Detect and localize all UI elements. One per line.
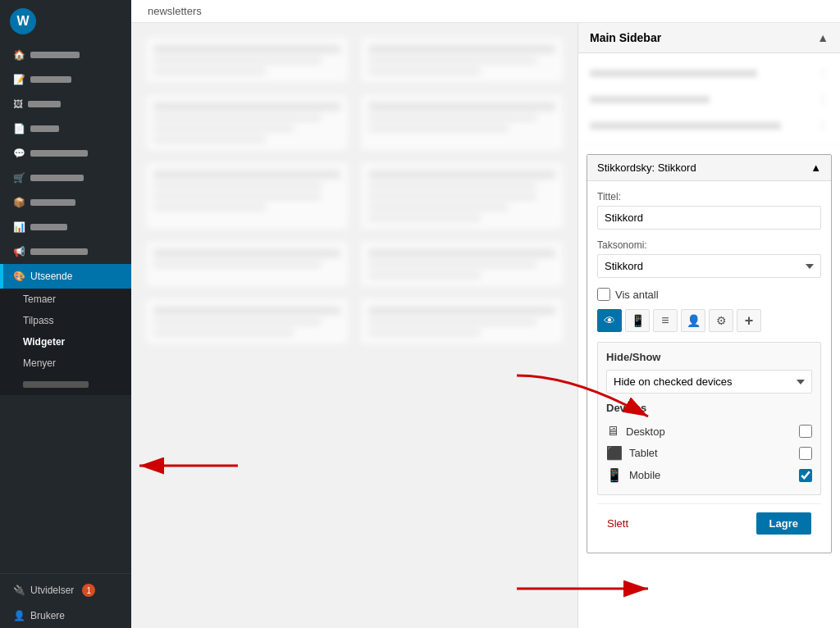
panel-items: ⋮ ⋮ ⋮ <box>578 53 840 146</box>
widget-line <box>368 183 536 189</box>
desktop-icon: 🖥 <box>606 424 619 439</box>
widget-title <box>153 307 340 315</box>
taksonomi-group: Taksonomi: Stikkord Kategorier <box>597 239 821 278</box>
mobile-icon-btn[interactable]: 📱 <box>625 309 650 332</box>
content-with-arrows: Main Sidebar ▲ ⋮ ⋮ ⋮ <box>131 23 840 628</box>
mobile-label: Mobile <box>629 469 660 481</box>
gear-icon-btn[interactable]: ⚙ <box>709 309 733 332</box>
sidebar-item-brukere[interactable]: 👤 Brukere <box>0 603 131 628</box>
panel-header: Main Sidebar ▲ <box>578 23 840 53</box>
hide-show-dropdown[interactable]: Hide on checked devices Show on checked … <box>606 370 812 394</box>
device-row-mobile: 📱 Mobile <box>606 464 812 486</box>
sidebar-sub-temaer[interactable]: Temaer <box>0 289 131 310</box>
produkter-icon: 📦 <box>13 197 25 208</box>
sidebar-bottom: 🔌 Utvidelser 1 👤 Brukere <box>0 573 131 628</box>
align-icon-btn[interactable]: ≡ <box>653 309 678 332</box>
widget-line <box>153 115 322 121</box>
sidebar-item-utseende-label: Utseende <box>30 271 72 282</box>
widget-section-header[interactable]: Stikkordsky: Stikkord ▲ <box>587 155 831 181</box>
innlegg-icon: 📝 <box>13 74 25 85</box>
media-icon: 🖼 <box>13 98 23 110</box>
panel-item-text <box>590 96 710 103</box>
widget-section-body: Tittel: Taksonomi: Stikkord Kategorier <box>587 181 831 553</box>
widget-title <box>368 249 555 257</box>
widget-card <box>359 162 564 230</box>
sidebar-item-innlegg[interactable]: 📝 <box>0 67 131 92</box>
widget-card <box>144 93 349 152</box>
sidebar-sub-extra[interactable] <box>0 374 131 395</box>
sidebar-sub-menyer[interactable]: Menyer <box>0 353 131 374</box>
tablet-icon: ⬛ <box>606 445 623 461</box>
sidebar-item-utvidelser[interactable]: 🔌 Utvidelser 1 <box>0 577 131 603</box>
sidebar-item-analyse[interactable]: 📊 <box>0 215 131 239</box>
breadcrumb: newsletters <box>131 0 840 23</box>
hide-show-title: Hide/Show <box>606 351 812 363</box>
user-icon-btn[interactable]: 👤 <box>681 309 705 332</box>
widget-line <box>368 115 536 121</box>
sidebar-item-dashbord[interactable]: 🏠 <box>0 43 131 67</box>
panel-item-handle: ⋮ <box>817 119 829 132</box>
sidebar-item-produkter[interactable]: 📦 <box>0 190 131 215</box>
user-icon: 👤 <box>687 314 701 327</box>
sidebar-sub-tilpass[interactable]: Tilpass <box>0 310 131 331</box>
mobile-device-icon: 📱 <box>606 467 623 483</box>
hide-show-section: Hide/Show Hide on checked devices Show o… <box>597 342 821 495</box>
devices-title: Devices <box>606 402 812 414</box>
sidebar-item-media[interactable]: 🖼 <box>0 92 131 116</box>
widget-card <box>144 240 349 288</box>
sidebar-item-kommentarer[interactable]: 💬 <box>0 141 131 166</box>
widget-line <box>153 193 322 200</box>
widget-title <box>368 102 555 111</box>
widget-card <box>144 162 349 230</box>
widget-grid <box>144 36 564 345</box>
tittel-label: Tittel: <box>597 191 821 203</box>
panel-blurred-item: ⋮ <box>578 112 840 139</box>
widget-panel: Main Sidebar ▲ ⋮ ⋮ ⋮ <box>578 23 840 628</box>
delete-button[interactable]: Slett <box>607 517 628 530</box>
tittel-input[interactable] <box>597 206 821 230</box>
dashbord-icon: 🏠 <box>13 49 25 61</box>
sidebar-sub-widgeter[interactable]: Widgeter <box>0 331 131 353</box>
markedsforing-icon: 📢 <box>13 246 25 257</box>
sidebar-item-woo[interactable]: 🛒 <box>0 166 131 190</box>
sidebar-item-sider[interactable]: 📄 <box>0 116 131 141</box>
widget-title <box>153 45 340 53</box>
icon-toolbar: 👁 📱 ≡ 👤 ⚙ <box>597 309 821 332</box>
plus-icon-btn[interactable]: + <box>737 309 761 332</box>
analyse-icon: 📊 <box>13 221 25 233</box>
widgets-main <box>131 23 578 628</box>
vis-antall-checkbox[interactable] <box>597 288 610 301</box>
panel-collapse-icon[interactable]: ▲ <box>817 31 829 44</box>
device-left-mobile: 📱 Mobile <box>606 467 660 483</box>
admin-sidebar: W 🏠 📝 🖼 📄 💬 🛒 📦 <box>0 0 131 628</box>
utvidelser-label: Utvidelser <box>30 585 74 596</box>
widget-line <box>153 125 294 132</box>
desktop-checkbox[interactable] <box>799 425 812 438</box>
brukere-icon: 👤 <box>13 610 25 621</box>
sidebar-item-markedsforing[interactable]: 📢 <box>0 239 131 264</box>
widget-title <box>368 171 555 179</box>
panel-item-text <box>590 70 757 77</box>
tablet-checkbox[interactable] <box>799 447 812 460</box>
mobile-icon: 📱 <box>631 314 645 327</box>
desktop-label: Desktop <box>626 425 665 438</box>
widget-line <box>153 57 322 64</box>
sidebar-item-utseende[interactable]: 🎨 Utseende <box>0 264 131 289</box>
widget-card <box>359 298 564 345</box>
eye-icon-btn[interactable]: 👁 <box>597 309 622 332</box>
save-button[interactable]: Lagre <box>756 512 811 535</box>
panel-item-text <box>590 122 781 130</box>
vis-antall-label[interactable]: Vis antall <box>615 289 659 301</box>
main-content: newsletters <box>131 0 840 628</box>
widget-section-label: Stikkordsky: Stikkord <box>597 162 696 174</box>
device-left-desktop: 🖥 Desktop <box>606 424 665 439</box>
widget-line <box>153 330 294 336</box>
panel-item-handle: ⋮ <box>817 66 829 80</box>
widget-title <box>368 45 555 53</box>
mobile-checkbox[interactable] <box>799 469 812 482</box>
panel-blurred-item: ⋮ <box>578 86 840 112</box>
widget-line <box>368 272 481 279</box>
widget-line <box>153 204 266 211</box>
wp-logo: W <box>10 8 36 34</box>
taksonomi-select[interactable]: Stikkord Kategorier <box>597 254 821 278</box>
